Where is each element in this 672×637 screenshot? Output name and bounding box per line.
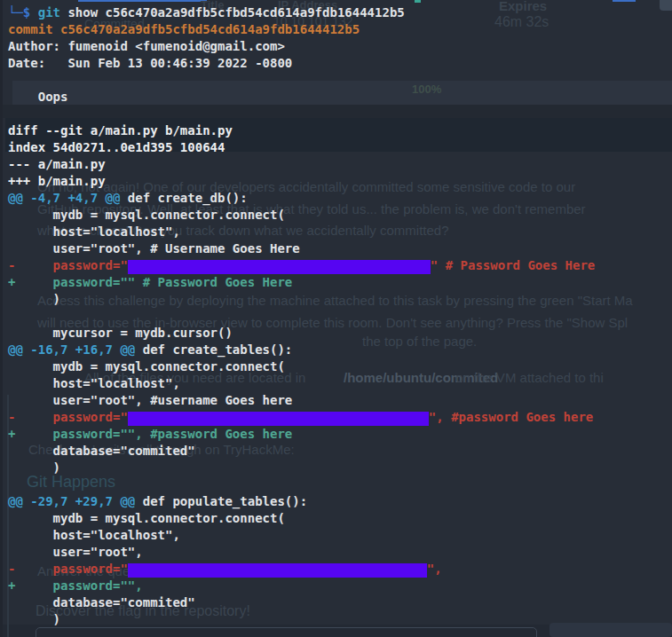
terminal-text-segment: + password="", #password Goes here xyxy=(8,427,292,441)
terminal-text-segment: @@ -29,7 +29,7 @@ xyxy=(8,494,135,508)
terminal-line-30: mydb = mysql.connector.connect( xyxy=(8,510,672,527)
terminal-line-11: @@ -4,7 +4,7 @@ def create_db(): xyxy=(8,190,672,207)
terminal-line-24: - password="", #password Goes here xyxy=(8,409,672,426)
terminal-line-22: host="localhost", xyxy=(8,375,672,392)
terminal-text-segment: - password=" xyxy=(8,258,128,272)
terminal-text-segment: ) xyxy=(8,292,60,306)
terminal-line-20: @@ -16,7 +16,7 @@ def create_tables(): xyxy=(8,342,672,358)
terminal-text-segment: host="localhost", xyxy=(8,528,180,542)
terminal-line-23: user="root", #username Goes here xyxy=(8,392,672,409)
terminal-line-12: mydb = mysql.connector.connect( xyxy=(8,207,672,224)
terminal-text-segment: - password=" xyxy=(8,562,128,576)
terminal-text-segment: ", #password Goes here xyxy=(429,410,593,424)
terminal-text-segment: - password=" xyxy=(8,410,128,424)
terminal-line-17: ) xyxy=(8,291,672,308)
terminal-text-segment: Oops xyxy=(8,90,67,104)
terminal-line-33: - password="", xyxy=(8,561,672,578)
terminal-line-29: @@ -29,7 +29,7 @@ def populate_tables(): xyxy=(8,493,672,510)
terminal-line-21: mydb = mysql.connector.connect( xyxy=(8,358,672,375)
terminal-text-segment: └─$ xyxy=(8,5,38,20)
terminal-text-segment: Author: fumenoid <fumenoid@gmail.com> xyxy=(8,39,285,53)
redacted-password xyxy=(128,260,431,274)
terminal-line-25: + password="", #password Goes here xyxy=(8,426,672,443)
terminal-line-4 xyxy=(8,72,672,89)
terminal-text-segment: def create_db(): xyxy=(120,191,247,205)
redacted-password xyxy=(128,563,427,578)
terminal-text-segment: @@ -4,7 +4,7 @@ xyxy=(8,191,120,205)
terminal-text-segment: host="localhost", xyxy=(8,224,180,239)
terminal-text-segment: def populate_tables(): xyxy=(135,494,307,508)
terminal-line-19: mycursor = mydb.cursor() xyxy=(8,325,672,342)
terminal-line-36: ) xyxy=(8,611,672,628)
terminal-text-segment: ) xyxy=(8,460,60,475)
terminal-text-segment: --- a/main.py xyxy=(8,157,106,171)
terminal-text-segment: ) xyxy=(8,612,60,626)
terminal-line-35: database="commited" xyxy=(8,594,672,611)
terminal-text-segment: mydb = mysql.connector.connect( xyxy=(8,359,285,374)
terminal-over-webpage: TitleIP AddressExpiresCommitted10.10.101… xyxy=(0,0,672,637)
terminal-line-1: commit c56c470a2a9dfb5cfbd54cd614a9fdb16… xyxy=(8,21,672,38)
terminal-text-segment: @@ -16,7 +16,7 @@ xyxy=(8,342,135,357)
terminal-text-segment: " # Password Goes Here xyxy=(431,258,595,272)
terminal-text-segment: mydb = mysql.connector.connect( xyxy=(8,511,285,525)
terminal-text-segment: database="commited" xyxy=(8,444,195,458)
terminal-line-28 xyxy=(8,476,672,493)
terminal-line-32: user="root", xyxy=(8,544,672,561)
terminal-text-segment: ", xyxy=(427,562,442,576)
terminal-text-segment: diff --git a/main.py b/main.py xyxy=(8,123,233,138)
terminal-output: └─$ git show c56c470a2a9dfb5cfbd54cd614a… xyxy=(0,0,672,637)
terminal-line-3: Date: Sun Feb 13 00:46:39 2022 -0800 xyxy=(8,55,672,72)
terminal-line-8: index 54d0271..0e1d395 100644 xyxy=(8,139,672,156)
terminal-text-segment: + password="" # Password Goes Here xyxy=(8,275,292,289)
terminal-text-segment: + password="", xyxy=(8,578,143,593)
redacted-password xyxy=(128,412,429,426)
terminal-text-segment: commit c56c470a2a9dfb5cfbd54cd614a9fdb16… xyxy=(8,22,360,36)
terminal-line-0: └─$ git show c56c470a2a9dfb5cfbd54cd614a… xyxy=(8,4,672,21)
terminal-line-5: Oops xyxy=(8,89,672,106)
terminal-text-segment: index 54d0271..0e1d395 100644 xyxy=(8,140,225,154)
terminal-line-14: user="root", # Username Goes Here xyxy=(8,240,672,257)
terminal-line-7: diff --git a/main.py b/main.py xyxy=(8,122,672,139)
terminal-line-26: database="commited" xyxy=(8,443,672,460)
terminal-text-segment: host="localhost", xyxy=(8,376,180,390)
terminal-text-segment: user="root", #username Goes here xyxy=(8,393,292,407)
terminal-line-2: Author: fumenoid <fumenoid@gmail.com> xyxy=(8,38,672,55)
terminal-line-18 xyxy=(8,308,672,325)
terminal-text-segment: show c56c470a2a9dfb5cfbd54cd614a9fdb1644… xyxy=(60,5,405,20)
terminal-text-segment: +++ b/main.py xyxy=(8,174,106,188)
terminal-text-segment: user="root", xyxy=(8,545,143,559)
terminal-line-31: host="localhost", xyxy=(8,527,672,544)
terminal-text-segment: def create_tables(): xyxy=(135,342,292,357)
terminal-line-6 xyxy=(8,106,672,122)
terminal-line-15: - password="" # Password Goes Here xyxy=(8,257,672,274)
terminal-line-13: host="localhost", xyxy=(8,224,672,240)
terminal-line-10: +++ b/main.py xyxy=(8,173,672,190)
terminal-text-segment: user="root", # Username Goes Here xyxy=(8,241,300,256)
terminal-text-segment: mydb = mysql.connector.connect( xyxy=(8,208,285,222)
terminal-text-segment: Date: Sun Feb 13 00:46:39 2022 -0800 xyxy=(8,56,292,70)
terminal-text-segment: database="commited" xyxy=(8,595,195,609)
terminal-line-34: + password="", xyxy=(8,578,672,594)
terminal-text-segment: git xyxy=(38,5,60,20)
terminal-line-27: ) xyxy=(8,460,672,476)
terminal-line-9: --- a/main.py xyxy=(8,156,672,173)
terminal-text-segment: mycursor = mydb.cursor() xyxy=(8,326,233,340)
terminal-line-16: + password="" # Password Goes Here xyxy=(8,274,672,291)
